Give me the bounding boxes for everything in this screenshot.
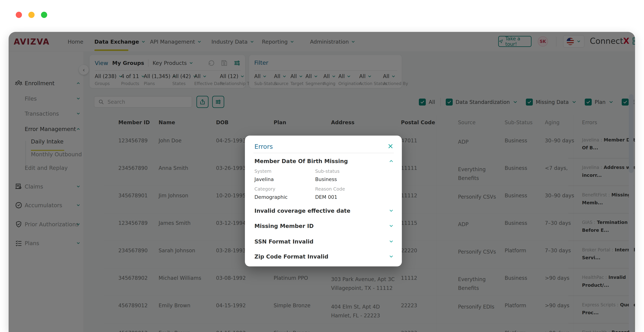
field-sub-status: Sub-status Business [315,169,376,182]
chevron-down-icon [389,239,394,244]
close-icon[interactable] [387,143,394,149]
window-controls [16,12,47,18]
chevron-down-icon [389,223,394,229]
field-category: Category Demographic [254,186,315,200]
accordion-missing-member-id[interactable]: Missing Member ID [254,221,394,231]
minimize-window-button[interactable] [28,12,34,18]
field-system: System Javelina [254,169,315,182]
zoom-window-button[interactable] [41,12,47,18]
modal-title: Errors [254,143,273,150]
field-reason-code: Reason Code DEM 001 [315,186,376,200]
accordion-zip-code-format-invalid[interactable]: Zip Code Format Invalid [254,252,394,261]
chevron-down-icon [389,208,394,213]
screenshot-canvas: { "colors": { "accent_teal": "#0f8577", … [0,0,644,332]
chevron-up-icon [389,158,394,163]
close-window-button[interactable] [16,12,22,18]
errors-modal: Errors Member Date Of Birth Missing Syst… [245,136,402,266]
divider [253,153,394,153]
accordion-invalid-coverage-date[interactable]: Invalid coverage effective date [254,206,394,215]
chevron-down-icon [389,254,394,259]
accordion-ssn-format-invalid[interactable]: SSN Format Invalid [254,237,394,246]
accordion-member-dob-missing[interactable]: Member Date Of Birth Missing [254,156,394,166]
